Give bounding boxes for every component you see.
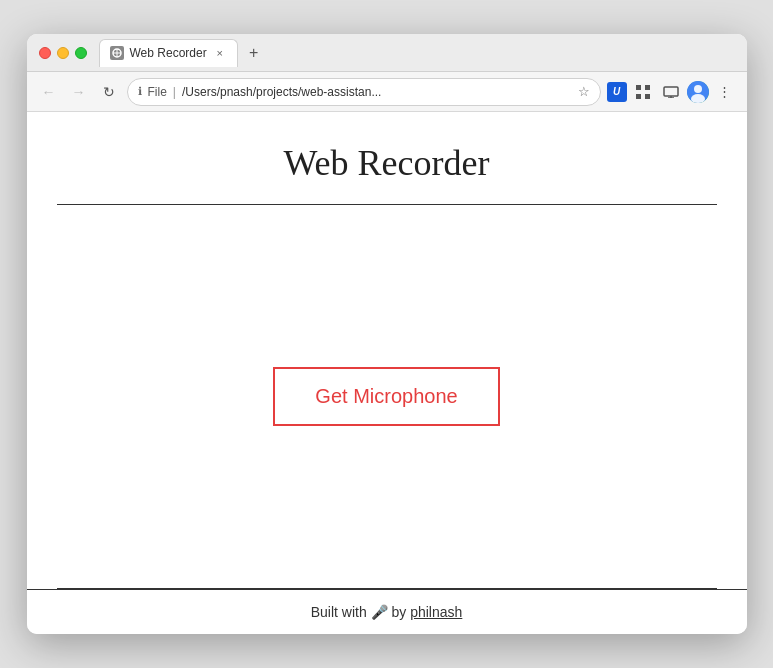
svg-point-11 [694, 85, 702, 93]
tab-label: Web Recorder [130, 46, 207, 60]
minimize-button[interactable] [57, 47, 69, 59]
svg-rect-3 [636, 85, 641, 90]
footer-text: Built with [311, 604, 367, 620]
svg-rect-4 [645, 85, 650, 90]
menu-icon[interactable]: ⋮ [713, 80, 737, 104]
page-title: Web Recorder [47, 142, 727, 184]
profile-avatar[interactable] [687, 81, 709, 103]
new-tab-button[interactable]: + [242, 41, 266, 65]
extension-icon-bitwarden[interactable]: U [607, 82, 627, 102]
tab-favicon [110, 46, 124, 60]
maximize-button[interactable] [75, 47, 87, 59]
svg-rect-7 [664, 87, 678, 96]
url-separator: | [173, 85, 176, 99]
footer-link[interactable]: philnash [410, 604, 462, 620]
footer-by: by [391, 604, 406, 620]
info-icon: ℹ [138, 85, 142, 98]
close-button[interactable] [39, 47, 51, 59]
bookmark-icon[interactable]: ☆ [578, 84, 590, 99]
traffic-lights [39, 47, 87, 59]
svg-rect-6 [645, 94, 650, 99]
url-protocol: File [148, 85, 167, 99]
page-content: Web Recorder Get Microphone Built with 🎤… [27, 112, 747, 634]
microphone-emoji: 🎤 [371, 604, 388, 620]
page-footer: Built with 🎤 by philnash [27, 589, 747, 634]
active-tab[interactable]: Web Recorder × [99, 39, 238, 67]
back-button[interactable]: ← [37, 80, 61, 104]
url-text: /Users/pnash/projects/web-assistan... [182, 85, 572, 99]
get-microphone-button[interactable]: Get Microphone [273, 367, 499, 426]
tab-close-button[interactable]: × [213, 46, 227, 60]
page-body: Web Recorder Get Microphone Built with 🎤… [27, 112, 747, 634]
extension-icon-grid[interactable] [631, 80, 655, 104]
reload-button[interactable]: ↻ [97, 80, 121, 104]
page-header: Web Recorder [27, 112, 747, 204]
browser-window: Web Recorder × + ← → ↻ ℹ File | /Users/p… [27, 34, 747, 634]
url-bar[interactable]: ℹ File | /Users/pnash/projects/web-assis… [127, 78, 601, 106]
tab-bar: Web Recorder × + [99, 39, 735, 67]
page-main: Get Microphone [27, 205, 747, 588]
address-bar: ← → ↻ ℹ File | /Users/pnash/projects/web… [27, 72, 747, 112]
cast-icon[interactable] [659, 80, 683, 104]
toolbar-icons: U ⋮ [607, 80, 737, 104]
title-bar: Web Recorder × + [27, 34, 747, 72]
svg-rect-5 [636, 94, 641, 99]
forward-button[interactable]: → [67, 80, 91, 104]
